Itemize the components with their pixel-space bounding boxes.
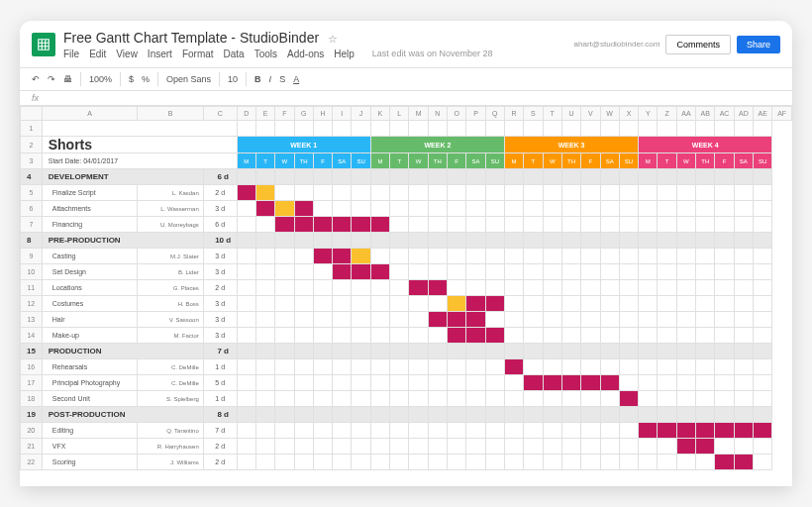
gantt-cell[interactable] [581, 264, 600, 280]
gantt-cell[interactable] [237, 439, 255, 455]
gantt-cell[interactable] [639, 455, 658, 470]
gantt-cell[interactable] [561, 280, 580, 296]
gantt-cell[interactable] [409, 264, 428, 280]
gantt-cell[interactable] [370, 296, 389, 312]
gantt-cell[interactable] [600, 359, 619, 375]
gantt-cell[interactable] [696, 391, 715, 407]
zoom-select[interactable]: 100% [89, 74, 112, 84]
gantt-cell[interactable] [255, 328, 274, 344]
gantt-cell[interactable] [696, 375, 715, 391]
gantt-cell[interactable] [561, 455, 580, 470]
gantt-cell[interactable] [696, 249, 715, 264]
gantt-cell[interactable] [524, 375, 543, 391]
gantt-cell[interactable] [370, 439, 389, 455]
gantt-cell[interactable] [255, 264, 274, 280]
gantt-cell[interactable] [504, 217, 523, 233]
gantt-cell[interactable] [466, 296, 485, 312]
gantt-cell[interactable] [639, 439, 658, 455]
gantt-cell[interactable] [275, 185, 294, 201]
gantt-cell[interactable] [390, 375, 409, 391]
percent-icon[interactable]: % [142, 74, 150, 84]
gantt-cell[interactable] [600, 328, 619, 344]
gantt-cell[interactable] [448, 375, 466, 391]
gantt-cell[interactable] [428, 185, 447, 201]
gantt-cell[interactable] [696, 328, 715, 344]
gantt-cell[interactable] [639, 391, 658, 407]
gantt-cell[interactable] [275, 423, 294, 439]
gantt-cell[interactable] [658, 249, 676, 264]
gantt-cell[interactable] [466, 280, 485, 296]
gantt-cell[interactable] [658, 375, 676, 391]
gantt-cell[interactable] [524, 217, 543, 233]
gantt-cell[interactable] [543, 264, 561, 280]
sheets-logo[interactable] [32, 33, 55, 56]
gantt-cell[interactable] [237, 423, 255, 439]
gantt-cell[interactable] [294, 391, 313, 407]
gantt-cell[interactable] [581, 375, 600, 391]
gantt-cell[interactable] [428, 375, 447, 391]
gantt-cell[interactable] [696, 359, 715, 375]
undo-icon[interactable]: ↶ [32, 74, 40, 84]
gantt-cell[interactable] [676, 280, 695, 296]
gantt-cell[interactable] [543, 201, 561, 217]
gantt-cell[interactable] [658, 217, 676, 233]
gantt-cell[interactable] [639, 359, 658, 375]
gantt-cell[interactable] [561, 423, 580, 439]
menu-file[interactable]: File [63, 49, 79, 59]
gantt-cell[interactable] [600, 249, 619, 264]
gantt-cell[interactable] [561, 375, 580, 391]
gantt-cell[interactable] [658, 391, 676, 407]
gantt-cell[interactable] [294, 455, 313, 470]
gantt-cell[interactable] [581, 359, 600, 375]
gantt-cell[interactable] [600, 201, 619, 217]
gantt-cell[interactable] [581, 280, 600, 296]
gantt-cell[interactable] [600, 455, 619, 470]
gantt-cell[interactable] [313, 312, 332, 328]
gantt-cell[interactable] [676, 359, 695, 375]
gantt-cell[interactable] [485, 280, 504, 296]
gantt-cell[interactable] [466, 359, 485, 375]
gantt-cell[interactable] [333, 375, 352, 391]
gantt-cell[interactable] [313, 391, 332, 407]
gantt-cell[interactable] [313, 455, 332, 470]
gantt-cell[interactable] [352, 391, 370, 407]
gantt-cell[interactable] [754, 296, 772, 312]
gantt-cell[interactable] [448, 217, 466, 233]
spreadsheet[interactable]: ABCDEFGHIJKLMNOPQRSTUVWXYZAAABACADAEAF12… [20, 106, 792, 482]
gantt-cell[interactable] [352, 359, 370, 375]
gantt-cell[interactable] [409, 296, 428, 312]
gantt-cell[interactable] [715, 217, 734, 233]
gantt-cell[interactable] [485, 455, 504, 470]
gantt-cell[interactable] [275, 439, 294, 455]
gantt-cell[interactable] [754, 249, 772, 264]
gantt-cell[interactable] [676, 455, 695, 470]
gantt-cell[interactable] [294, 296, 313, 312]
gantt-cell[interactable] [409, 391, 428, 407]
gantt-cell[interactable] [313, 217, 332, 233]
gantt-cell[interactable] [754, 455, 772, 470]
gantt-cell[interactable] [754, 375, 772, 391]
gantt-cell[interactable] [370, 328, 389, 344]
gantt-cell[interactable] [294, 439, 313, 455]
gantt-cell[interactable] [409, 375, 428, 391]
gantt-cell[interactable] [466, 312, 485, 328]
gantt-cell[interactable] [333, 455, 352, 470]
gantt-cell[interactable] [275, 359, 294, 375]
print-icon[interactable]: 🖶 [63, 74, 72, 84]
gantt-cell[interactable] [409, 455, 428, 470]
gantt-cell[interactable] [333, 296, 352, 312]
gantt-cell[interactable] [561, 201, 580, 217]
gantt-cell[interactable] [485, 423, 504, 439]
gantt-cell[interactable] [676, 201, 695, 217]
gantt-cell[interactable] [561, 328, 580, 344]
gantt-cell[interactable] [409, 249, 428, 264]
gantt-cell[interactable] [524, 296, 543, 312]
gantt-cell[interactable] [294, 375, 313, 391]
gantt-cell[interactable] [485, 217, 504, 233]
gantt-cell[interactable] [466, 264, 485, 280]
gantt-cell[interactable] [658, 359, 676, 375]
gantt-cell[interactable] [485, 328, 504, 344]
comments-button[interactable]: Comments [665, 35, 731, 54]
gantt-cell[interactable] [543, 312, 561, 328]
gantt-cell[interactable] [561, 439, 580, 455]
